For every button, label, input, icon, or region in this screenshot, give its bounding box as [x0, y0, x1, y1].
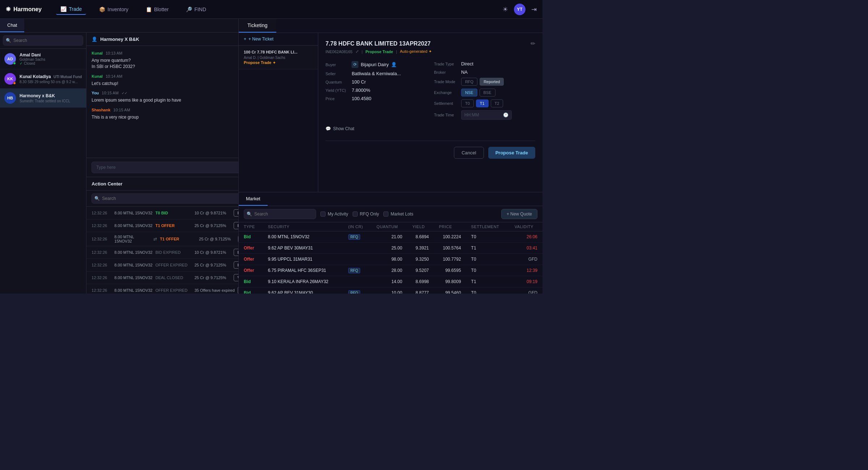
settle-t2-button[interactable]: T2: [491, 99, 503, 107]
find-icon: 🔎: [186, 7, 192, 12]
row-tag: [343, 254, 371, 265]
trade-type-value: Direct: [461, 61, 535, 67]
contact-item-harmoney[interactable]: HB Harmoney x B&K Sumedh: Trade settled …: [0, 89, 86, 108]
chat-input[interactable]: [92, 162, 238, 173]
cancel-button[interactable]: Cancel: [454, 147, 484, 159]
exchange-bse-button[interactable]: BSE: [480, 89, 495, 97]
trade-title-row: 7.78 HDFC BANK LIMITED 13APR2027 ✏: [326, 40, 535, 47]
isin-text: INE062A08165: [326, 50, 353, 54]
col-quantum: QUANTUM: [371, 222, 407, 231]
tab-market[interactable]: Market: [239, 192, 268, 206]
market-table-row[interactable]: Bid 9.10 KERALA INFRA 26MAY32 14.00 8.69…: [239, 276, 542, 287]
chat-header-name: 👤 Harmoney X B&K: [92, 37, 139, 42]
settle-t1-button[interactable]: T1: [476, 99, 489, 107]
propose-trade-button[interactable]: Propose Trade: [488, 147, 535, 159]
market-table-row[interactable]: Offer 9.95 UPPCL 31MAR31 98.00 9.3250 10…: [239, 254, 542, 265]
show-chat-button[interactable]: 💬 Show Chat: [326, 124, 535, 133]
improve-button-3[interactable]: Improve: [238, 235, 238, 243]
contact-name-harmoney: Harmoney x B&K: [20, 93, 82, 98]
logout-icon[interactable]: ⇥: [531, 5, 537, 13]
contact-item-kunal[interactable]: KK Kunal Koladiya UTI Mutual Fund 8.30 S…: [0, 69, 86, 89]
trade-time-input[interactable]: HH:MM 🕐: [461, 110, 512, 120]
improve-button-2[interactable]: Improve: [234, 222, 238, 229]
row-quantum: 28.00: [371, 265, 407, 276]
market-table-row[interactable]: Bid 9.62 AP BEV 31MAY30 RFQ 10.00 8.8777…: [239, 287, 542, 294]
col-price: PRICE: [434, 222, 466, 231]
row-settlement: T0: [466, 265, 510, 276]
action-search-input[interactable]: [92, 193, 238, 204]
vieworder-button-6[interactable]: View Order: [234, 274, 238, 281]
action-list: 12:32:26 8.00 MTNL 15NOV32 T0 BID 10 Cr …: [86, 207, 238, 294]
action-center-title: Action Center: [92, 181, 122, 187]
nav-blotter[interactable]: 📋 Blotter: [141, 4, 173, 14]
nav-inventory[interactable]: 📦 Inventory: [95, 4, 133, 14]
seller-value: Batliwala & Kerniwala...: [352, 71, 427, 76]
revive-button-5[interactable]: Revive: [234, 261, 238, 269]
row-type: Offer: [239, 243, 263, 254]
row-price: 99.5460: [434, 287, 466, 294]
logo-icon: ❋: [6, 6, 10, 13]
revive-button-7[interactable]: Revive: [238, 287, 238, 294]
propose-trade-link[interactable]: Propose Trade: [365, 50, 393, 54]
market-table-row[interactable]: Offer 9.62 AP BEV 30MAY31 25.00 9.3921 1…: [239, 243, 542, 254]
row-quantum: 14.00: [371, 276, 407, 287]
row-yield: 8.6998: [407, 276, 434, 287]
row-security: 9.95 UPPCL 31MAR31: [263, 254, 343, 265]
exchange-nse-button[interactable]: NSE: [461, 89, 477, 97]
buyer-value: ⟳ Bijapuri Dairy 👤: [352, 61, 427, 68]
market-search-input[interactable]: [244, 209, 316, 219]
trade-title: 7.78 HDFC BANK LIMITED 13APR2027: [326, 40, 431, 47]
mode-rfq-button[interactable]: RFQ: [461, 78, 477, 86]
app-logo[interactable]: ❋ Harmoney: [6, 6, 42, 13]
rfq-only-checkbox[interactable]: [353, 212, 358, 217]
inventory-icon: 📦: [99, 7, 105, 12]
edit-icon[interactable]: ✏: [531, 40, 535, 47]
row-security: 9.62 AP BEV 31MAY30: [263, 287, 343, 294]
row-yield: 8.6894: [407, 231, 434, 243]
revive-button-4[interactable]: Revive: [234, 249, 238, 256]
tab-ticketing[interactable]: Ticketing: [239, 19, 276, 33]
contact-item-amal[interactable]: AD Amal Dani Goldman Sachs ✓ Closed: [0, 49, 86, 69]
settle-t0-button[interactable]: T0: [461, 99, 474, 107]
rfq-tag: RFQ: [348, 268, 360, 273]
mode-reported-button[interactable]: Reported: [480, 78, 504, 86]
contact-search-input[interactable]: [3, 35, 83, 46]
market-lots-filter[interactable]: Market Lots: [383, 212, 413, 217]
nav-find[interactable]: 🔎 FIND: [182, 4, 210, 14]
ticket-item[interactable]: 100 Cr 7.78 HDFC BANK LI... Amal D. | Go…: [239, 46, 318, 69]
row-settlement: T0: [466, 254, 510, 265]
trade-form: 7.78 HDFC BANK LIMITED 13APR2027 ✏ INE06…: [318, 33, 542, 192]
market-table-row[interactable]: Bid 8.00 MTNL 15NOV32 RFQ 21.00 8.6894 1…: [239, 231, 542, 243]
row-security: 9.62 AP BEV 30MAY31: [263, 243, 343, 254]
row-price: 99.6595: [434, 265, 466, 276]
settings-icon[interactable]: ☀: [502, 5, 508, 13]
new-ticket-button[interactable]: + + New Ticket: [239, 33, 318, 46]
external-link-icon: ⤢: [356, 49, 359, 54]
action-center-header: Action Center 💬: [86, 177, 238, 191]
my-activity-filter[interactable]: My Activity: [320, 212, 348, 217]
new-quote-button[interactable]: + New Quote: [501, 209, 537, 219]
col-incr: (IN CR): [343, 222, 371, 231]
form-fields-grid: Buyer ⟳ Bijapuri Dairy 👤 Seller Batliwal…: [326, 61, 427, 101]
market-lots-checkbox[interactable]: [383, 212, 388, 217]
row-type: Bid: [239, 276, 263, 287]
row-security: 8.00 MTNL 15NOV32: [263, 231, 343, 243]
improve-button-1[interactable]: Improve: [234, 209, 238, 217]
market-table-row[interactable]: Offer 6.75 PIRAMAL HFC 36SEP31 RFQ 28.00…: [239, 265, 542, 276]
tab-chat[interactable]: Chat: [0, 19, 24, 32]
rfq-only-filter[interactable]: RFQ Only: [353, 212, 379, 217]
action-item: 12:32:26 8.00 MTNL 15NOV32 BID EXPIRED 1…: [86, 246, 238, 259]
right-panel: Ticketing + + New Ticket 100 Cr 7.78 HDF…: [239, 19, 542, 294]
form-settings-grid: Trade Type Direct Broker NA Trade Mode R…: [434, 61, 535, 120]
user-avatar[interactable]: YT: [514, 4, 526, 15]
nav-trade[interactable]: 📈 Trade: [56, 4, 86, 15]
action-item: 12:32:26 8.00 MTNL 15NOV32 T1 OFFER 25 C…: [86, 219, 238, 232]
contact-search-wrapper: 🔍: [0, 33, 86, 49]
trade-time-label: Trade Time: [434, 113, 455, 117]
quantum-value: 100 Cr: [352, 79, 427, 85]
chat-messages: Kunal 10:13 AM Any more quantum?In SBI o…: [86, 46, 238, 158]
my-activity-checkbox[interactable]: [320, 212, 326, 217]
status-dot-amal: [13, 62, 16, 65]
row-validity: 26:06: [510, 231, 542, 243]
row-type: Bid: [239, 287, 263, 294]
